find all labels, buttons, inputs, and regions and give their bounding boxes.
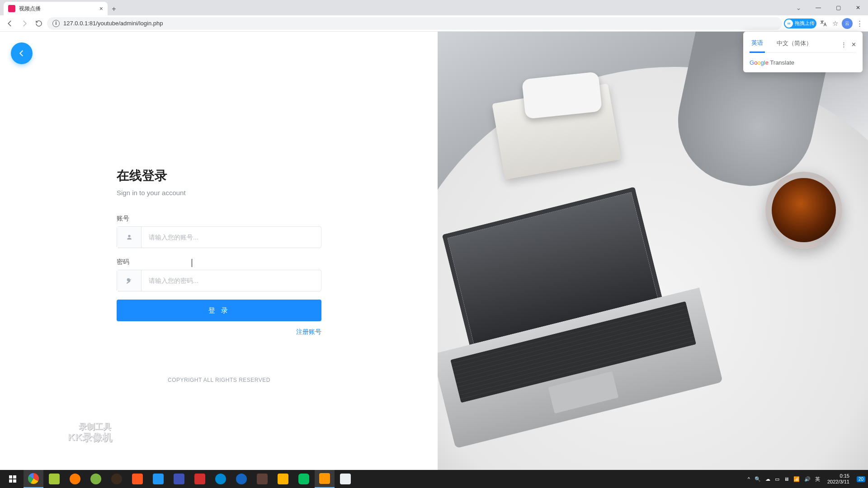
browser-tab-bar: 视频点播 × + ⌄ — ▢ ✕ — [0, 0, 868, 15]
tray-notifications-badge[interactable]: 20 — [857, 476, 865, 482]
svg-rect-3 — [13, 479, 16, 483]
translate-popup: 英语 中文（简体） ⋮ ✕ Google Translate — [743, 32, 863, 72]
nav-back-button[interactable] — [4, 17, 16, 30]
recorder-watermark: 录制工具 KK录像机 — [68, 422, 112, 443]
taskbar-app-wechat[interactable] — [294, 470, 314, 488]
translate-close-icon[interactable]: ✕ — [851, 41, 856, 48]
taskbar-app-15[interactable] — [315, 470, 335, 488]
taskbar-app-11[interactable] — [231, 470, 251, 488]
account-group: 账号 — [117, 215, 321, 248]
page-subtitle: Sign in to your account — [117, 189, 321, 197]
taskbar-app-notepadpp[interactable] — [44, 470, 64, 488]
bookmark-star-icon[interactable]: ☆ — [830, 19, 840, 28]
taskbar-app-5[interactable] — [107, 470, 127, 488]
address-bar[interactable]: i 127.0.0.1:81/youtube/admini/login.php — [47, 17, 782, 30]
page-viewport: 在线登录 Sign in to your account 账号 密码 — [0, 32, 868, 470]
taskbar-app-7[interactable] — [148, 470, 168, 488]
account-field-wrapper — [117, 226, 321, 248]
taskbar-app-explorer[interactable] — [273, 470, 293, 488]
key-icon — [117, 270, 142, 291]
tray-time: 0:15 — [827, 473, 849, 479]
user-icon — [117, 227, 142, 248]
password-input[interactable] — [142, 270, 321, 291]
account-label: 账号 — [117, 215, 321, 223]
window-controls: ⌄ — ▢ ✕ — [788, 0, 868, 15]
window-minimize-icon[interactable]: — — [808, 5, 828, 11]
register-row: 注册账号 — [117, 328, 321, 336]
tray-volume-icon[interactable]: 🔊 — [804, 476, 811, 482]
account-input[interactable] — [142, 227, 321, 248]
login-panel: 在线登录 Sign in to your account 账号 密码 — [0, 32, 438, 470]
taskbar-app-12[interactable] — [252, 470, 272, 488]
password-group: 密码 — [117, 258, 321, 291]
tray-wifi-icon[interactable]: 📶 — [793, 476, 800, 482]
tray-battery-icon[interactable]: ▭ — [775, 476, 779, 482]
windows-taskbar: ^ 🔍 ☁ ▭ 🖥 📶 🔊 英 0:15 2022/3/11 20 — [0, 470, 868, 488]
start-button[interactable] — [3, 470, 23, 488]
cloud-icon: ∞ — [785, 19, 793, 28]
login-form: 在线登录 Sign in to your account 账号 密码 — [117, 167, 321, 336]
extension-label: 拖拽上传 — [795, 20, 815, 27]
translate-tab-target[interactable]: 中文（简体） — [775, 37, 814, 52]
svg-rect-1 — [13, 475, 16, 479]
taskbar-app-16[interactable] — [335, 470, 355, 488]
password-label: 密码 — [117, 258, 321, 266]
nav-reload-button[interactable] — [33, 17, 45, 30]
translate-menu-icon[interactable]: ⋮ — [841, 41, 847, 48]
hero-image-panel — [438, 32, 868, 470]
browser-tab-active[interactable]: 视频点播 × — [4, 2, 108, 15]
extension-upload-badge[interactable]: ∞ 拖拽上传 — [784, 19, 816, 28]
page-title: 在线登录 — [117, 167, 321, 184]
svg-rect-0 — [9, 475, 12, 479]
taskbar-app-wps[interactable] — [190, 470, 210, 488]
tray-cloud-icon[interactable]: ☁ — [765, 476, 770, 482]
text-cursor-caret — [192, 259, 192, 267]
tray-ime-lang[interactable]: 英 — [815, 476, 820, 483]
profile-avatar[interactable]: 云 — [842, 18, 853, 29]
taskbar-app-chrome[interactable] — [24, 470, 43, 488]
translate-icon[interactable] — [818, 19, 828, 28]
browser-menu-icon[interactable]: ⋮ — [854, 19, 864, 28]
tabs-dropdown-icon[interactable]: ⌄ — [788, 5, 808, 11]
back-fab-button[interactable] — [11, 42, 33, 64]
url-text: 127.0.0.1:81/youtube/admini/login.php — [63, 20, 163, 27]
hero-cup — [765, 172, 842, 249]
nav-forward-button[interactable] — [18, 17, 31, 30]
taskbar-app-10[interactable] — [211, 470, 231, 488]
translate-tab-source[interactable]: 英语 — [750, 36, 765, 53]
copyright-text: COPYRIGHT ALL RIGHTS RESERVED — [117, 377, 321, 383]
svg-rect-2 — [9, 479, 12, 483]
site-info-icon[interactable]: i — [52, 20, 60, 27]
login-button[interactable]: 登 录 — [117, 300, 321, 321]
window-close-icon[interactable]: ✕ — [848, 5, 868, 11]
translate-tabs: 英语 中文（简体） ⋮ ✕ — [750, 36, 856, 53]
tab-close-icon[interactable]: × — [99, 5, 103, 12]
tray-date: 2022/3/11 — [827, 479, 849, 485]
password-field-wrapper — [117, 270, 321, 291]
tray-monitor-icon[interactable]: 🖥 — [784, 476, 789, 482]
window-maximize-icon[interactable]: ▢ — [828, 5, 848, 11]
taskbar-app-4[interactable] — [86, 470, 106, 488]
register-link[interactable]: 注册账号 — [296, 328, 321, 335]
hero-phone — [522, 71, 602, 119]
taskbar-app-everything[interactable] — [65, 470, 85, 488]
new-tab-button[interactable]: + — [108, 3, 120, 15]
tab-title: 视频点播 — [19, 5, 41, 13]
browser-toolbar: i 127.0.0.1:81/youtube/admini/login.php … — [0, 15, 868, 32]
tab-favicon — [8, 5, 15, 12]
taskbar-app-8[interactable] — [169, 470, 189, 488]
tray-search-icon[interactable]: 🔍 — [755, 476, 761, 482]
translate-brand: Google Translate — [750, 59, 856, 66]
tray-overflow-icon[interactable]: ^ — [748, 476, 750, 482]
taskbar-app-6[interactable] — [127, 470, 147, 488]
tray-clock[interactable]: 0:15 2022/3/11 — [825, 473, 852, 485]
